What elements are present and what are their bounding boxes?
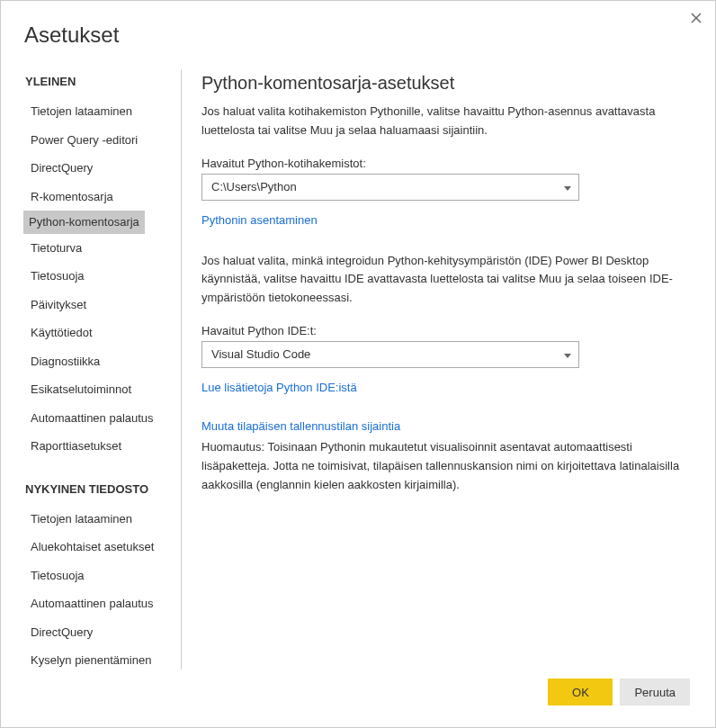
sidebar-item-data-load[interactable]: Tietojen lataaminen bbox=[2, 97, 181, 126]
ide-value: Visual Studio Code bbox=[211, 347, 310, 361]
homedir-value: C:\Users\Python bbox=[211, 180, 297, 193]
ok-button[interactable]: OK bbox=[548, 679, 613, 706]
sidebar-item-preview[interactable]: Esikatselutoiminnot bbox=[2, 375, 181, 404]
sidebar-item-autorecovery[interactable]: Automaattinen palautus bbox=[2, 404, 181, 433]
close-icon bbox=[691, 13, 702, 23]
dialog-title: Asetukset bbox=[1, 1, 715, 69]
sidebar-section-global: YLEINEN bbox=[2, 69, 181, 97]
sidebar-section-current-file: NYKYINEN TIEDOSTO bbox=[2, 461, 181, 505]
sidebar-item-power-query[interactable]: Power Query -editori bbox=[2, 126, 181, 155]
change-temp-storage-link[interactable]: Muuta tilapäisen tallennustilan sijainti… bbox=[201, 419, 400, 433]
sidebar-item-cf-directquery[interactable]: DirectQuery bbox=[2, 618, 181, 647]
button-bar: OK Peruuta bbox=[548, 679, 690, 706]
homedir-select[interactable]: C:\Users\Python bbox=[201, 174, 579, 201]
panel-title: Python-komentosarja-asetukset bbox=[201, 73, 688, 94]
panel-desc-ide: Jos haluat valita, minkä integroidun Pyt… bbox=[201, 252, 688, 308]
sidebar-item-report-settings[interactable]: Raporttiasetukset bbox=[2, 432, 181, 461]
content-area: YLEINEN Tietojen lataaminen Power Query … bbox=[1, 69, 715, 670]
sidebar-item-r-script[interactable]: R-komentosarja bbox=[2, 183, 181, 211]
ide-learn-more-link[interactable]: Lue lisätietoja Python IDE:istä bbox=[201, 381, 357, 394]
sidebar-item-python-script[interactable]: Python-komentosarja bbox=[23, 211, 145, 234]
chevron-down-icon bbox=[564, 180, 571, 193]
ide-label: Havaitut Python IDE:t: bbox=[201, 324, 688, 337]
sidebar-item-cf-data-load[interactable]: Tietojen lataaminen bbox=[2, 505, 181, 534]
sidebar-item-cf-privacy[interactable]: Tietosuoja bbox=[2, 562, 181, 590]
homedir-label: Havaitut Python-kotihakemistot: bbox=[201, 157, 688, 170]
sidebar-item-privacy[interactable]: Tietosuoja bbox=[2, 262, 181, 291]
svg-marker-3 bbox=[564, 354, 571, 358]
chevron-down-icon bbox=[564, 347, 571, 361]
sidebar-item-cf-autorecovery[interactable]: Automaattinen palautus bbox=[2, 589, 181, 618]
sidebar-item-updates[interactable]: Päivitykset bbox=[2, 291, 181, 319]
sidebar-item-cf-query-reduction[interactable]: Kyselyn pienentäminen bbox=[2, 646, 181, 670]
ide-select[interactable]: Visual Studio Code bbox=[201, 341, 579, 368]
settings-dialog: Asetukset YLEINEN Tietojen lataaminen Po… bbox=[0, 0, 716, 728]
close-button[interactable] bbox=[688, 10, 704, 26]
main-panel: Python-komentosarja-asetukset Jos haluat… bbox=[182, 69, 715, 670]
sidebar-item-security[interactable]: Tietoturva bbox=[2, 234, 181, 263]
sidebar-item-diagnostics[interactable]: Diagnostiikka bbox=[2, 347, 181, 376]
sidebar: YLEINEN Tietojen lataaminen Power Query … bbox=[2, 69, 182, 670]
install-python-link[interactable]: Pythonin asentaminen bbox=[201, 213, 318, 227]
temp-storage-note: Huomautus: Toisinaan Pythonin mukautetut… bbox=[201, 438, 688, 494]
cancel-button[interactable]: Peruuta bbox=[620, 679, 690, 706]
svg-marker-2 bbox=[564, 186, 571, 191]
sidebar-item-usage[interactable]: Käyttötiedot bbox=[2, 319, 181, 347]
panel-desc-home: Jos haluat valita kotihakemiston Pythoni… bbox=[201, 103, 688, 140]
sidebar-item-directquery[interactable]: DirectQuery bbox=[2, 154, 181, 183]
sidebar-item-cf-regional[interactable]: Aluekohtaiset asetukset bbox=[2, 533, 181, 562]
